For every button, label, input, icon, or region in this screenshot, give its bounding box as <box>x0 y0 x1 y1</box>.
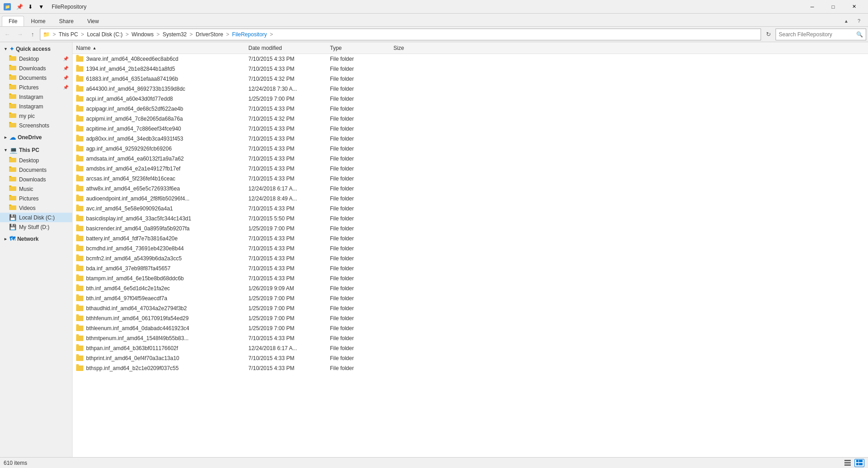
file-name-cell: bda.inf_amd64_37eb98f87fa45657 <box>76 265 248 272</box>
table-row[interactable]: bda.inf_amd64_37eb98f87fa45657 7/10/2015… <box>73 263 868 273</box>
file-name: 1394.inf_amd64_2b1e82844b1a8fd5 <box>86 66 175 72</box>
table-row[interactable]: avc.inf_amd64_5e58e9090926a4a1 7/10/2015… <box>73 204 868 214</box>
sidebar-item-documents-pc[interactable]: Documents <box>0 165 72 175</box>
sidebar-item-my-stuff-d[interactable]: 💾 My Stuff (D:) <box>0 222 72 232</box>
folder-icon <box>76 216 83 221</box>
table-row[interactable]: amdsbs.inf_amd64_e2a1e49127fb17ef 7/10/2… <box>73 164 868 174</box>
table-row[interactable]: basicdisplay.inf_amd64_33ac5fc344c143d1 … <box>73 214 868 224</box>
sidebar-item-downloads-qa[interactable]: Downloads 📌 <box>0 63 72 73</box>
sidebar-item-label: Instagram <box>19 94 43 100</box>
column-modified[interactable]: Date modified <box>248 45 330 51</box>
table-row[interactable]: acpipagr.inf_amd64_de68c52df622ae4b 7/10… <box>73 104 868 114</box>
table-row[interactable]: basicrender.inf_amd64_0a8959fa5b9207fa 1… <box>73 224 868 234</box>
file-name-cell: bthspp.inf_amd64_b2c1e0209f037c55 <box>76 365 248 371</box>
table-row[interactable]: bthprint.inf_amd64_0ef4f70a3ac13a10 7/10… <box>73 353 868 363</box>
sidebar-item-desktop-pc[interactable]: Desktop <box>0 156 72 165</box>
file-name: bcmdhd.inf_amd64_73691eb4230e8b44 <box>86 245 184 252</box>
tab-share[interactable]: Share <box>52 16 80 26</box>
table-row[interactable]: amdsata.inf_amd64_ea60132f1a9a7a62 7/10/… <box>73 154 868 164</box>
file-type-cell: File folder <box>330 185 393 192</box>
table-row[interactable]: btampm.inf_amd64_6e15be8bd68ddc6b 7/10/2… <box>73 273 868 283</box>
sidebar-item-music-pc[interactable]: Music <box>0 184 72 194</box>
file-type-cell: File folder <box>330 295 393 302</box>
minimize-button[interactable]: ─ <box>802 0 823 14</box>
sidebar-item-pictures-qa[interactable]: Pictures 📌 <box>0 83 72 92</box>
forward-button[interactable]: → <box>15 29 25 40</box>
maximize-button[interactable]: □ <box>823 0 844 14</box>
sidebar-item-local-disk-c[interactable]: 💾 Local Disk (C:) <box>0 213 72 222</box>
refresh-button[interactable]: ↻ <box>763 29 774 40</box>
column-name[interactable]: Name ▲ <box>76 45 248 51</box>
table-row[interactable]: bthspp.inf_amd64_b2c1e0209f037c55 7/10/2… <box>73 363 868 373</box>
table-row[interactable]: bth.inf_amd64_6e5d1d4c2e1fa2ec 1/26/2019… <box>73 283 868 293</box>
sidebar-item-instagram2[interactable]: Instagram <box>0 102 72 111</box>
close-button[interactable]: ✕ <box>844 0 864 14</box>
table-row[interactable]: battery.inf_amd64_fdf7e7b3816a420e 7/10/… <box>73 234 868 244</box>
list-view-button[interactable] <box>843 459 853 467</box>
sidebar-item-instagram1[interactable]: Instagram <box>0 92 72 102</box>
table-row[interactable]: acpitime.inf_amd64_7c886eef34fce940 7/10… <box>73 124 868 134</box>
sidebar-header-onedrive[interactable]: ► ☁ OneDrive <box>0 132 72 143</box>
down-button[interactable]: ▼ <box>36 2 46 12</box>
table-row[interactable]: bcmdhd.inf_amd64_73691eb4230e8b44 7/10/2… <box>73 244 868 253</box>
sidebar-header-this-pc[interactable]: ▼ 💻 This PC <box>0 145 72 156</box>
file-name-cell: bthprint.inf_amd64_0ef4f70a3ac13a10 <box>76 355 248 361</box>
file-name-cell: bth.inf_amd64_6e5d1d4c2e1fa2ec <box>76 285 248 292</box>
table-row[interactable]: 3ware.inf_amd64_408ceed6ec8ab6cd 7/10/20… <box>73 54 868 64</box>
tab-home[interactable]: Home <box>24 16 52 26</box>
table-row[interactable]: bthpan.inf_amd64_b363bf011176602f 12/24/… <box>73 343 868 353</box>
pin-button[interactable]: 📌 <box>15 2 24 12</box>
collapse-ribbon-button[interactable]: ▲ <box>841 15 852 26</box>
sidebar-header-quick-access[interactable]: ▼ ✦ Quick access <box>0 44 72 54</box>
address-box[interactable]: 📁 > This PC > Local Disk (C:) > Windows … <box>40 29 761 40</box>
file-name: amdsbs.inf_amd64_e2a1e49127fb17ef <box>86 166 180 172</box>
table-row[interactable]: bthleenum.inf_amd64_0dabadc4461923c4 1/2… <box>73 323 868 333</box>
table-row[interactable]: 61883.inf_amd64_6351efaaa874196b 7/10/20… <box>73 74 868 84</box>
column-size[interactable]: Size <box>393 45 430 51</box>
table-row[interactable]: audioendpoint.inf_amd64_2f8f6b50296f4...… <box>73 194 868 204</box>
folder-icon <box>76 336 83 341</box>
sidebar-item-desktop[interactable]: Desktop 📌 <box>0 54 72 63</box>
sidebar-item-downloads-pc[interactable]: Downloads <box>0 175 72 184</box>
svg-rect-30 <box>844 462 851 463</box>
table-row[interactable]: a644300.inf_amd64_8692733b1359d8dc 12/24… <box>73 84 868 94</box>
table-row[interactable]: bthaudhid.inf_amd64_47034a2e2794f3b2 1/2… <box>73 303 868 313</box>
sidebar-header-network[interactable]: ► 🗺 Network <box>0 234 72 244</box>
table-row[interactable]: acpipmi.inf_amd64_7c8e2065da68a76a 7/10/… <box>73 114 868 124</box>
file-type-cell: File folder <box>330 146 393 152</box>
up-button[interactable]: ↑ <box>27 29 38 40</box>
table-row[interactable]: 1394.inf_amd64_2b1e82844b1a8fd5 7/10/201… <box>73 64 868 74</box>
tab-file[interactable]: File <box>2 16 24 26</box>
svg-rect-22 <box>9 176 11 177</box>
window-controls: ─ □ ✕ <box>802 0 864 14</box>
details-view-button[interactable] <box>854 459 864 467</box>
table-row[interactable]: bthmtpenum.inf_amd64_1548f49b55b83... 7/… <box>73 333 868 343</box>
sidebar-item-pictures-pc[interactable]: Pictures <box>0 194 72 203</box>
table-row[interactable]: arcsas.inf_amd64_5f236fef4b16ceac 7/10/2… <box>73 174 868 184</box>
undo-button[interactable]: ⬇ <box>25 2 35 12</box>
search-box[interactable]: 🔍 <box>776 29 866 40</box>
file-modified-cell: 7/10/2015 4:33 PM <box>248 365 330 371</box>
file-name-cell: a644300.inf_amd64_8692733b1359d8dc <box>76 86 248 92</box>
sidebar-item-mypic[interactable]: my pic <box>0 111 72 121</box>
table-row[interactable]: athw8x.inf_amd64_e65e5c726933f6ea 12/24/… <box>73 184 868 194</box>
back-button[interactable]: ← <box>2 29 13 40</box>
sidebar-item-documents-qa[interactable]: Documents 📌 <box>0 73 72 83</box>
sidebar-item-screenshots[interactable]: Screenshots <box>0 121 72 130</box>
sidebar-item-videos-pc[interactable]: Videos <box>0 203 72 213</box>
search-input[interactable] <box>779 31 854 38</box>
table-row[interactable]: bth.inf_amd64_97f04f59eaecdf7a 1/25/2019… <box>73 293 868 303</box>
column-type[interactable]: Type <box>330 45 393 51</box>
tab-view[interactable]: View <box>80 16 106 26</box>
file-name: bthmtpenum.inf_amd64_1548f49b55b83... <box>86 335 189 341</box>
file-type-cell: File folder <box>330 245 393 252</box>
table-row[interactable]: adp80xx.inf_amd64_34edb3ca4931f453 7/10/… <box>73 134 868 144</box>
folder-icon <box>9 157 16 164</box>
help-button[interactable]: ? <box>853 15 864 26</box>
table-row[interactable]: acpi.inf_amd64_a60e43d0fd77edd8 1/25/201… <box>73 94 868 104</box>
file-modified-cell: 7/10/2015 4:33 PM <box>248 355 330 361</box>
table-row[interactable]: bthhfenum.inf_amd64_06170919fa54ed29 1/2… <box>73 313 868 323</box>
table-row[interactable]: bcmfn2.inf_amd64_a54399b6da2a3cc5 7/10/2… <box>73 253 868 263</box>
table-row[interactable]: agp.inf_amd64_92592926fcb69206 7/10/2015… <box>73 144 868 154</box>
file-name-cell: 3ware.inf_amd64_408ceed6ec8ab6cd <box>76 56 248 62</box>
